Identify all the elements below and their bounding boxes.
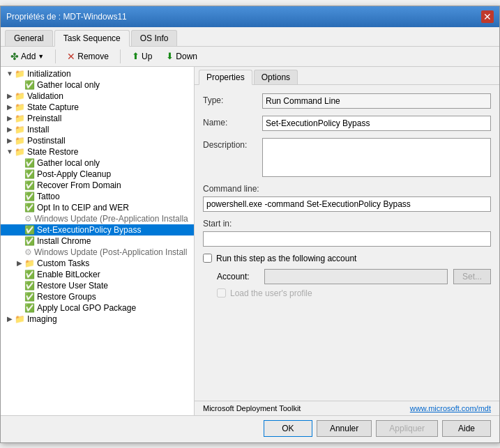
mdt-link[interactable]: www.microsoft.com/mdt (410, 404, 491, 412)
check-icon-chrome: ✅ (24, 236, 35, 246)
toggle-validation[interactable]: ▶ (5, 92, 15, 100)
check-icon-gather2: ✅ (24, 158, 35, 168)
bottom-buttons: OK Annuler Appliquer Aide (1, 415, 499, 442)
check-icon-restore-groups: ✅ (24, 292, 35, 302)
tree-item-restore-groups[interactable]: ✅ Restore Groups (1, 291, 194, 302)
tree-item-imaging[interactable]: ▶ 📁 Imaging (1, 314, 194, 325)
tree-item-initialization[interactable]: ▼ 📁 Initialization (1, 68, 194, 79)
folder-icon-state-capture: 📁 (15, 102, 25, 112)
tab-options[interactable]: Options (254, 70, 298, 84)
footer-bar: Microsoft Deployment Toolkit www.microso… (195, 401, 499, 415)
toggle-imaging[interactable]: ▶ (5, 315, 15, 323)
tree-pane[interactable]: ▼ 📁 Initialization ✅ Gather local only ▶… (1, 67, 195, 415)
run-as-row: Run this step as the following account (203, 254, 491, 263)
down-icon: ⬇ (166, 51, 174, 61)
folder-icon-imaging: 📁 (15, 314, 25, 324)
up-button[interactable]: ⬆ Up (128, 49, 156, 63)
run-as-checkbox[interactable] (203, 254, 212, 263)
description-row: Description: (203, 138, 491, 177)
check-icon-set-exec: ✅ (24, 225, 35, 235)
main-content: ▼ 📁 Initialization ✅ Gather local only ▶… (1, 67, 499, 415)
description-input[interactable] (262, 138, 491, 177)
tree-item-tattoo[interactable]: ✅ Tattoo (1, 191, 194, 202)
folder-icon-initialization: 📁 (15, 69, 25, 79)
tree-item-set-exec[interactable]: ✅ Set-ExecutionPolicy Bypass (1, 224, 194, 235)
tree-item-custom-tasks[interactable]: ▶ 📁 Custom Tasks (1, 258, 194, 269)
check-icon-restore-user: ✅ (24, 281, 35, 291)
name-label: Name: (203, 116, 262, 128)
toggle-postinstall[interactable]: ▶ (5, 137, 15, 144)
toolbar-separator-2 (120, 49, 121, 63)
check-icon-opt-in: ✅ (24, 203, 35, 213)
right-pane: Properties Options Type: Name: Descripti… (195, 67, 499, 415)
tree-item-state-capture[interactable]: ▶ 📁 State Capture (1, 102, 194, 113)
start-in-label: Start in: (203, 219, 491, 229)
remove-icon: ✕ (67, 51, 75, 62)
load-profile-row: Load the user's profile (217, 288, 491, 298)
account-row: Account: Set... (217, 269, 491, 284)
tab-properties[interactable]: Properties (199, 70, 252, 85)
tree-item-state-restore[interactable]: ▼ 📁 State Restore (1, 146, 194, 157)
toggle-initialization[interactable]: ▼ (5, 70, 15, 77)
type-input[interactable] (262, 93, 491, 109)
main-tabs: General Task Sequence OS Info (1, 27, 499, 47)
tree-item-apply-gpo[interactable]: ✅ Apply Local GPO Package (1, 302, 194, 314)
toggle-install[interactable]: ▶ (5, 125, 15, 133)
tree-item-restore-user-state[interactable]: ✅ Restore User State (1, 280, 194, 291)
folder-icon-validation: 📁 (15, 91, 25, 101)
cancel-button[interactable]: Annuler (317, 420, 372, 437)
name-row: Name: (203, 116, 491, 131)
add-button[interactable]: ✤ Add ▼ (6, 49, 48, 63)
title-bar: Propriétés de : MDT-Windows11 ✕ (1, 6, 499, 27)
load-profile-checkbox (217, 288, 226, 298)
toggle-state-restore[interactable]: ▼ (5, 148, 15, 155)
properties-body: Type: Name: Description: Command line: (195, 85, 499, 401)
description-label: Description: (203, 138, 262, 150)
tree-item-post-apply[interactable]: ✅ Post-Apply Cleanup (1, 169, 194, 180)
folder-icon-postinstall: 📁 (15, 136, 25, 146)
tab-os-info[interactable]: OS Info (131, 30, 178, 46)
command-line-label: Command line: (203, 184, 491, 194)
tree-item-install[interactable]: ▶ 📁 Install (1, 124, 194, 135)
tree-item-opt-in[interactable]: ✅ Opt In to CEIP and WER (1, 202, 194, 213)
remove-button[interactable]: ✕ Remove (63, 49, 113, 63)
help-button[interactable]: Aide (442, 420, 491, 437)
up-icon: ⬆ (132, 51, 139, 61)
apply-button[interactable]: Appliquer (376, 420, 438, 437)
account-label: Account: (217, 272, 259, 281)
name-input[interactable] (262, 116, 491, 131)
tree-item-validation[interactable]: ▶ 📁 Validation (1, 91, 194, 102)
set-button: Set... (453, 269, 491, 284)
properties-tabs: Properties Options (195, 67, 499, 85)
tree-item-install-chrome[interactable]: ✅ Install Chrome (1, 235, 194, 247)
add-dropdown-icon: ▼ (38, 53, 44, 60)
folder-icon-custom-tasks: 📁 (24, 258, 35, 268)
tab-task-sequence[interactable]: Task Sequence (54, 30, 130, 47)
toolkit-label: Microsoft Deployment Toolkit (203, 404, 301, 412)
toggle-preinstall[interactable]: ▶ (5, 114, 15, 122)
gear-icon-win-update-post: ⚙ (24, 247, 32, 257)
check-icon-gather: ✅ (24, 80, 35, 90)
tree-item-gather-local[interactable]: ✅ Gather local only (1, 79, 194, 91)
close-button[interactable]: ✕ (481, 10, 494, 23)
tree-item-win-update-pre[interactable]: ⚙ Windows Update (Pre-Application Instal… (1, 213, 194, 224)
tree-item-win-update-post[interactable]: ⚙ Windows Update (Post-Application Insta… (1, 247, 194, 258)
check-icon-recover: ✅ (24, 180, 35, 190)
start-in-input[interactable] (203, 231, 491, 247)
account-input (264, 269, 448, 284)
tree-item-recover[interactable]: ✅ Recover From Domain (1, 180, 194, 191)
main-window: Propriétés de : MDT-Windows11 ✕ General … (0, 6, 500, 443)
tree-item-postinstall[interactable]: ▶ 📁 Postinstall (1, 135, 194, 146)
check-icon-post-apply: ✅ (24, 169, 35, 179)
ok-button[interactable]: OK (264, 420, 312, 437)
tab-general[interactable]: General (5, 30, 53, 46)
command-line-input[interactable] (203, 196, 491, 212)
check-icon-tattoo: ✅ (24, 192, 35, 201)
toggle-custom-tasks[interactable]: ▶ (15, 259, 24, 267)
tree-item-gather-local-2[interactable]: ✅ Gather local only (1, 157, 194, 169)
down-button[interactable]: ⬇ Down (162, 49, 202, 63)
tree-item-bitlocker[interactable]: ✅ Enable BitLocker (1, 269, 194, 280)
gear-icon-win-update-pre: ⚙ (24, 214, 32, 224)
toggle-state-capture[interactable]: ▶ (5, 103, 15, 111)
tree-item-preinstall[interactable]: ▶ 📁 Preinstall (1, 113, 194, 124)
